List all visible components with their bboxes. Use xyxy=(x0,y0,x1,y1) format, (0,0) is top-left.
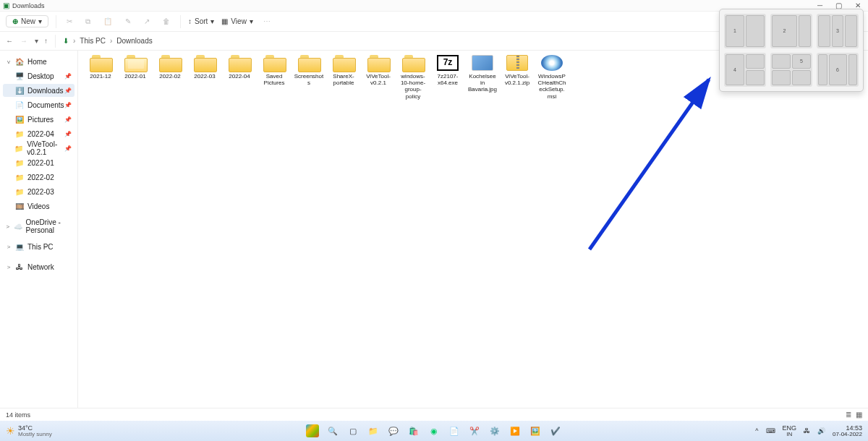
sidebar-item-videos[interactable]: 🎞️Videos xyxy=(3,200,75,213)
sidebar-item-network[interactable]: >🖧Network xyxy=(3,260,75,273)
sidebar-item-label: This PC xyxy=(27,243,54,251)
file-item[interactable]: ShareX-portable xyxy=(328,55,359,86)
sidebar-item-downloads[interactable]: ⬇️Downloads📌 xyxy=(3,84,75,97)
recent-button[interactable]: ▾ xyxy=(35,37,38,45)
sidebar-item-onedrive-personal[interactable]: >☁️OneDrive - Personal xyxy=(3,220,75,233)
sort-label: Sort xyxy=(195,17,208,25)
weather-widget[interactable]: ☀ 34°C Mostly sunny xyxy=(6,425,52,437)
chevron-down-icon: ▾ xyxy=(250,17,253,25)
file-item[interactable]: 2022-01 xyxy=(120,55,150,80)
snap-cell xyxy=(746,15,765,47)
snap-option-6[interactable]: 6 xyxy=(817,53,859,87)
sidebar-item-label: 2022-01 xyxy=(27,159,54,167)
icons-view-button[interactable]: ▦ xyxy=(856,411,862,419)
file-icon xyxy=(333,55,354,71)
taskbar: ☀ 34°C Mostly sunny 🔍 ▢ 📁 💬 🛍️ ◉ 📄 ✂️ ⚙️… xyxy=(0,421,868,441)
sidebar-item-label: 2022-03 xyxy=(27,188,54,196)
language-button[interactable]: ENG IN xyxy=(783,425,797,437)
snap-layouts-popup: 1 2 3 4 5 6 xyxy=(719,9,864,92)
photos-button[interactable]: 🖼️ xyxy=(529,424,542,437)
taskview-button[interactable]: ▢ xyxy=(346,424,359,437)
edge-button[interactable]: ◉ xyxy=(427,424,441,437)
file-name: Saved Pictures xyxy=(259,73,289,86)
sidebar-item-vivetool-v0-2-1[interactable]: 📁ViVeTool-v0.2.1📌 xyxy=(3,142,75,155)
sidebar-item-home[interactable]: v🏠Home xyxy=(3,55,75,68)
sidebar-item-pictures[interactable]: 🖼️Pictures📌 xyxy=(3,113,75,126)
tray-chevron-icon[interactable]: ^ xyxy=(755,427,758,434)
file-name: ShareX-portable xyxy=(328,73,359,86)
sidebar-item-this-pc[interactable]: >💻This PC xyxy=(3,240,75,253)
explorer-button[interactable]: 📁 xyxy=(367,424,380,437)
share-button[interactable]: ↗ xyxy=(141,16,153,27)
sidebar-icon: 🎞️ xyxy=(15,202,24,210)
file-item[interactable]: 2022-04 xyxy=(224,55,255,80)
cut-button[interactable]: ✂ xyxy=(64,16,75,27)
file-icon xyxy=(159,55,181,71)
up-button[interactable]: ↑ xyxy=(44,37,48,45)
sidebar-item-2022-01[interactable]: 📁2022-01 xyxy=(3,156,75,169)
details-view-button[interactable]: ≣ xyxy=(846,411,851,419)
start-button[interactable] xyxy=(306,424,319,437)
window-title: Downloads xyxy=(12,2,45,9)
crumb-this-pc[interactable]: This PC xyxy=(80,37,106,45)
sidebar-item-documents[interactable]: 📄Documents📌 xyxy=(3,98,75,111)
store-button[interactable]: 🛍️ xyxy=(407,424,420,437)
snap-option-4[interactable]: 4 xyxy=(724,53,766,87)
conditions: Mostly sunny xyxy=(18,432,52,437)
paste-button[interactable]: 📋 xyxy=(101,16,115,27)
new-button[interactable]: ⊕ New ▾ xyxy=(6,15,48,27)
teams-button[interactable]: 💬 xyxy=(387,424,400,437)
file-item[interactable]: windows-10-home-group-policy xyxy=(398,55,428,100)
file-item[interactable]: 7z7z2107-x64.exe xyxy=(433,55,463,86)
rename-button[interactable]: ✎ xyxy=(122,16,134,27)
file-name: 7z2107-x64.exe xyxy=(433,73,463,86)
more-button[interactable]: ⋯ xyxy=(260,16,273,27)
snap-option-2[interactable]: 2 xyxy=(770,14,812,48)
search-button[interactable]: 🔍 xyxy=(326,424,339,437)
sidebar-item-2022-02[interactable]: 📁2022-02 xyxy=(3,171,75,184)
crumb-downloads[interactable]: Downloads xyxy=(116,37,152,45)
plus-icon: ⊕ xyxy=(12,17,18,25)
sidebar-icon: ⬇️ xyxy=(15,87,24,95)
keyboard-icon[interactable]: ⌨ xyxy=(766,427,775,434)
file-item[interactable]: Screenshots xyxy=(294,55,324,86)
todo-button[interactable]: ✔️ xyxy=(549,424,562,437)
clock[interactable]: 14:53 07-04-2022 xyxy=(833,425,862,437)
delete-button[interactable]: 🗑 xyxy=(160,16,173,27)
app-button[interactable]: 📄 xyxy=(448,424,461,437)
network-icon[interactable]: 🖧 xyxy=(804,427,810,434)
copy-button[interactable]: ⧉ xyxy=(82,16,93,27)
view-icon: ▦ xyxy=(221,17,228,25)
file-item[interactable]: 2022-02 xyxy=(155,55,185,80)
snap-option-5[interactable]: 5 xyxy=(770,53,812,87)
file-item[interactable]: Saved Pictures xyxy=(259,55,289,86)
sidebar-item-2022-03[interactable]: 📁2022-03 xyxy=(3,185,75,198)
file-item[interactable]: ViVeTool-v0.2.1.zip xyxy=(502,55,532,86)
file-item[interactable]: ViVeTool-v0.2.1 xyxy=(363,55,393,86)
media-button[interactable]: ▶️ xyxy=(509,424,522,437)
file-item[interactable]: Kochelsee in Bavaria.jpg xyxy=(467,55,498,93)
chevron-down-icon: ▾ xyxy=(38,17,42,25)
file-name: 2021-12 xyxy=(90,73,111,80)
sun-icon: ☀ xyxy=(6,425,15,437)
folder-icon: ▣ xyxy=(3,1,9,9)
file-item[interactable]: WindowsPCHealthCheckSetup.msi xyxy=(537,55,567,100)
snap-cell: 2 xyxy=(772,15,797,47)
snap-option-3[interactable]: 3 xyxy=(817,14,859,48)
view-button[interactable]: ▦ View ▾ xyxy=(221,17,253,25)
back-button[interactable]: ← xyxy=(6,37,13,45)
file-item[interactable]: 2022-03 xyxy=(190,55,220,80)
sidebar-item-desktop[interactable]: 🖥️Desktop📌 xyxy=(3,69,75,82)
snap-cell: 5 xyxy=(792,54,811,69)
sidebar-item-2022-04[interactable]: 📁2022-04📌 xyxy=(3,127,75,140)
sort-button[interactable]: ↕ Sort ▾ xyxy=(188,17,214,25)
file-icon xyxy=(90,55,111,71)
settings-button[interactable]: ⚙️ xyxy=(488,424,501,437)
snap-option-1[interactable]: 1 xyxy=(724,14,766,48)
forward-button[interactable]: → xyxy=(20,37,27,45)
sidebar-item-label: Network xyxy=(27,263,54,271)
volume-icon[interactable]: 🔊 xyxy=(817,427,825,434)
sidebar: v🏠Home🖥️Desktop📌⬇️Downloads📌📄Documents📌🖼… xyxy=(0,51,78,408)
snip-button[interactable]: ✂️ xyxy=(468,424,481,437)
file-item[interactable]: 2021-12 xyxy=(85,55,116,80)
